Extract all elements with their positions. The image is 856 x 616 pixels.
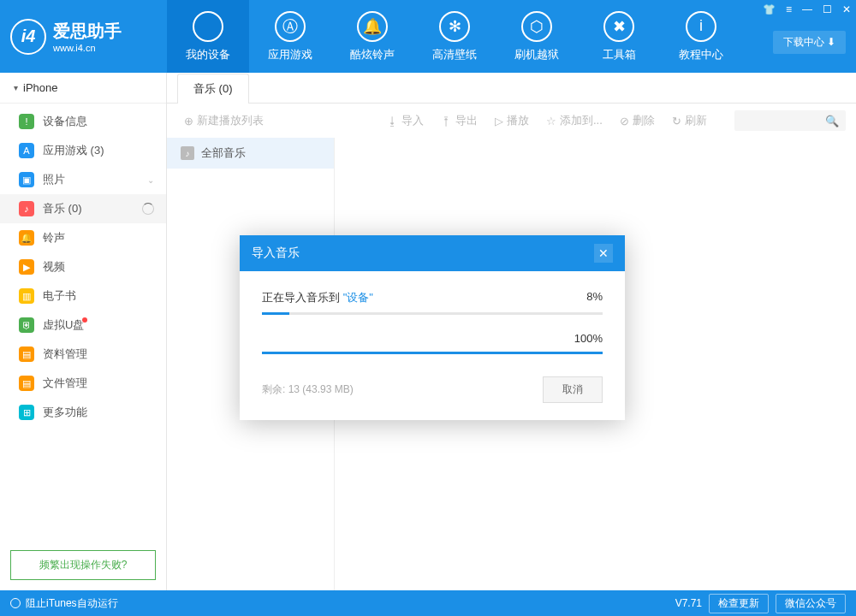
- maximize-icon[interactable]: ☐: [823, 3, 832, 15]
- sidebar-item-1[interactable]: A应用游戏 (3): [0, 136, 166, 165]
- add-to-button[interactable]: ☆添加到...: [539, 113, 609, 128]
- search-icon: 🔍: [825, 115, 839, 127]
- progress-row-2: 100%: [262, 332, 603, 354]
- cancel-button[interactable]: 取消: [543, 376, 603, 403]
- check-update-button[interactable]: 检查更新: [709, 594, 769, 613]
- nav-tab-0[interactable]: 我的设备: [167, 0, 249, 73]
- statusbar-right: V7.71 检查更新 微信公众号: [675, 594, 846, 613]
- progress-percent-2: 100%: [574, 332, 603, 345]
- music-icon: ♪: [181, 146, 194, 160]
- sidebar-icon: ▥: [19, 288, 34, 304]
- statusbar-left: 阻止iTunes自动运行: [10, 596, 118, 611]
- sidebar-icon: !: [19, 114, 34, 129]
- help-link[interactable]: 频繁出现操作失败?: [10, 550, 156, 580]
- sidebar-icon: ▣: [19, 172, 34, 187]
- window-controls: 👕 ≡ — ☐ ✕: [763, 3, 851, 15]
- refresh-button[interactable]: ↻刷新: [665, 113, 714, 128]
- import-modal: 导入音乐 ✕ 正在导入音乐到 "设备" 8% 100% 剩余: 13 (43.9…: [240, 235, 625, 420]
- nav-tab-3[interactable]: ✻高清壁纸: [413, 0, 496, 73]
- category-all-music[interactable]: ♪ 全部音乐: [167, 138, 334, 169]
- modal-footer: 剩余: 13 (43.93 MB) 取消: [262, 371, 603, 403]
- sidebar-item-8[interactable]: ▤资料管理: [0, 340, 166, 369]
- sidebar-item-0[interactable]: !设备信息: [0, 107, 166, 136]
- chevron-down-icon: ⌄: [147, 175, 154, 185]
- play-icon: ▷: [495, 115, 503, 127]
- import-button[interactable]: ⭳导入: [380, 113, 431, 128]
- export-icon: ⭱: [441, 115, 452, 127]
- sidebar-icon: ⛨: [19, 317, 34, 333]
- nav-tab-5[interactable]: ✖工具箱: [578, 0, 660, 73]
- version-label: V7.71: [675, 597, 702, 609]
- device-header[interactable]: iPhone: [0, 73, 166, 104]
- download-center-button[interactable]: 下载中心 ⬇: [773, 31, 846, 54]
- modal-header: 导入音乐 ✕: [240, 235, 625, 271]
- sidebar-item-10[interactable]: ⊞更多功能: [0, 398, 166, 427]
- app-title: 爱思助手: [53, 20, 122, 43]
- play-button[interactable]: ▷播放: [488, 113, 536, 128]
- sidebar-icon: ▶: [19, 259, 34, 275]
- search-input[interactable]: 🔍: [734, 110, 846, 131]
- sidebar-item-6[interactable]: ▥电子书: [0, 281, 166, 311]
- sidebar-item-2[interactable]: ▣照片⌄: [0, 165, 166, 194]
- statusbar: 阻止iTunes自动运行 V7.71 检查更新 微信公众号: [0, 590, 856, 616]
- nav-tabs: 我的设备Ⓐ应用游戏🔔酷炫铃声✻高清壁纸⬡刷机越狱✖工具箱i教程中心: [167, 0, 742, 73]
- sidebar-icon: ⊞: [19, 405, 34, 420]
- nav-icon: i: [686, 11, 716, 42]
- sidebar-item-4[interactable]: 🔔铃声: [0, 223, 166, 252]
- loading-spinner-icon: [142, 203, 154, 215]
- itunes-block-label[interactable]: 阻止iTunes自动运行: [26, 596, 118, 611]
- sidebar-item-9[interactable]: ▤文件管理: [0, 369, 166, 398]
- nav-tab-4[interactable]: ⬡刷机越狱: [496, 0, 578, 73]
- nav-tab-1[interactable]: Ⓐ应用游戏: [249, 0, 331, 73]
- sidebar-icon: ♪: [19, 201, 34, 216]
- sidebar-icon: ▤: [19, 376, 34, 391]
- logo-text: 爱思助手 www.i4.cn: [53, 20, 122, 53]
- import-icon: ⭳: [387, 115, 398, 127]
- sidebar: iPhone !设备信息A应用游戏 (3)▣照片⌄♪音乐 (0)🔔铃声▶视频▥电…: [0, 73, 167, 590]
- nav-tab-6[interactable]: i教程中心: [660, 0, 742, 73]
- plus-icon: ⊕: [184, 115, 193, 127]
- sidebar-icon: A: [19, 143, 34, 158]
- sidebar-icon: 🔔: [19, 230, 34, 246]
- modal-close-button[interactable]: ✕: [594, 244, 613, 263]
- progress-bar-1: [262, 312, 603, 315]
- new-playlist-button[interactable]: ⊕新建播放列表: [177, 113, 270, 128]
- device-link[interactable]: "设备": [343, 291, 373, 304]
- progress-row-1: 正在导入音乐到 "设备" 8%: [262, 290, 603, 315]
- nav-icon: 🔔: [357, 11, 388, 42]
- sidebar-items: !设备信息A应用游戏 (3)▣照片⌄♪音乐 (0)🔔铃声▶视频▥电子书⛨虚拟U盘…: [0, 104, 166, 540]
- modal-title: 导入音乐: [252, 246, 300, 261]
- minimize-icon[interactable]: —: [802, 3, 812, 15]
- device-name: iPhone: [23, 81, 57, 94]
- sidebar-item-3[interactable]: ♪音乐 (0): [0, 194, 166, 223]
- sidebar-icon: ▤: [19, 346, 34, 362]
- nav-icon: ✖: [603, 11, 634, 42]
- app-header: i4 爱思助手 www.i4.cn 我的设备Ⓐ应用游戏🔔酷炫铃声✻高清壁纸⬡刷机…: [0, 0, 856, 73]
- app-url: www.i4.cn: [53, 43, 122, 53]
- delete-icon: ⊘: [620, 115, 629, 127]
- sidebar-item-5[interactable]: ▶视频: [0, 252, 166, 281]
- sidebar-item-7[interactable]: ⛨虚拟U盘: [0, 311, 166, 340]
- menu-icon[interactable]: ≡: [786, 3, 792, 15]
- skin-icon[interactable]: 👕: [763, 3, 776, 15]
- wechat-button[interactable]: 微信公众号: [776, 594, 846, 613]
- nav-icon: ⬡: [521, 11, 552, 42]
- export-button[interactable]: ⭱导出: [434, 113, 484, 128]
- logo-area: i4 爱思助手 www.i4.cn: [0, 19, 167, 55]
- delete-button[interactable]: ⊘删除: [613, 113, 662, 128]
- close-icon[interactable]: ✕: [842, 3, 851, 15]
- nav-icon: Ⓐ: [275, 11, 306, 42]
- progress-percent-1: 8%: [586, 290, 603, 305]
- modal-body: 正在导入音乐到 "设备" 8% 100% 剩余: 13 (43.93 MB) 取…: [240, 271, 625, 420]
- nav-icon: ✻: [439, 11, 470, 42]
- remaining-label: 剩余: 13 (43.93 MB): [262, 382, 354, 397]
- toolbar: ⊕新建播放列表 ⭳导入 ⭱导出 ▷播放 ☆添加到... ⊘删除 ↻刷新 🔍: [167, 104, 856, 138]
- progress-bar-2: [262, 352, 603, 354]
- notification-dot-icon: [82, 317, 87, 323]
- toggle-icon[interactable]: [10, 598, 21, 608]
- app-logo-icon: i4: [10, 19, 46, 55]
- tab-bar: 音乐 (0): [167, 73, 856, 104]
- nav-tab-2[interactable]: 🔔酷炫铃声: [331, 0, 413, 73]
- add-icon: ☆: [546, 115, 556, 127]
- tab-music[interactable]: 音乐 (0): [177, 74, 249, 104]
